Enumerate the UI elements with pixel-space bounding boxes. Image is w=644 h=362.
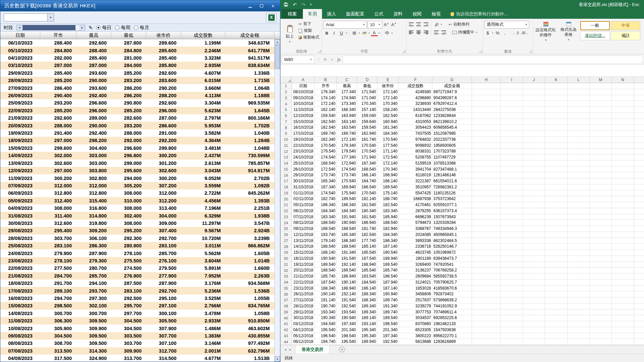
excel-export-button[interactable]: X: [266, 13, 277, 22]
cell-B9[interactable]: 169.740: [315, 131, 337, 137]
cell-D32[interactable]: 185.540: [357, 267, 377, 274]
cell-G11[interactable]: 1958930805: [432, 143, 472, 149]
number-dialog-launcher-icon[interactable]: [529, 50, 532, 53]
cell-N11[interactable]: [612, 143, 634, 149]
cell-F29[interactable]: 4623745: [399, 250, 432, 256]
table-row-28/09/2023[interactable]: 28/09/2023285.200290.000283.200283.6006.…: [0, 77, 280, 84]
sheet-tab-active[interactable]: 香港交易所: [295, 345, 330, 354]
cell-G13[interactable]: 1107497729: [432, 155, 472, 161]
row-header-43[interactable]: 43: [280, 333, 292, 339]
cell-A29[interactable]: 15/11/2018: [292, 250, 315, 256]
sheet-nav-right-icon[interactable]: ▸: [289, 348, 291, 351]
cell-H32[interactable]: [472, 267, 501, 274]
decrease-decimal-button[interactable]: .00→: [520, 29, 530, 37]
cell-G44[interactable]: 1293616869: [432, 339, 472, 345]
cell-B26[interactable]: 183.740: [315, 232, 337, 238]
cell-G3[interactable]: 904399287.6: [432, 95, 472, 101]
cell-I1[interactable]: [501, 83, 523, 89]
cell-B35[interactable]: 188.340: [315, 286, 337, 292]
cell-A12[interactable]: 23/10/2018: [292, 148, 315, 155]
cell-G32[interactable]: 706769258.2: [432, 267, 472, 274]
cell-B44[interactable]: 194.740: [315, 339, 337, 345]
cell-H25[interactable]: [472, 226, 501, 232]
cell-I13[interactable]: [501, 155, 523, 161]
cell-E18[interactable]: 169.540: [377, 184, 399, 190]
cell-K9[interactable]: [545, 131, 568, 137]
column-header-M[interactable]: M: [590, 77, 612, 83]
cell-B14[interactable]: 168.540: [315, 161, 337, 167]
cell-E35[interactable]: 187.140: [377, 286, 399, 292]
cell-I7[interactable]: [501, 119, 523, 125]
row-header-42[interactable]: 42: [280, 327, 292, 333]
cell-F1[interactable]: 成交股数: [399, 83, 432, 89]
cell-K32[interactable]: [545, 267, 568, 274]
cell-E6[interactable]: 162.540: [377, 113, 399, 119]
cell-N33[interactable]: [612, 274, 634, 280]
cell-G18[interactable]: 726982381.2: [432, 184, 472, 190]
cell-E10[interactable]: 170.540: [377, 137, 399, 143]
cell-B12[interactable]: 179.540: [315, 148, 337, 155]
cell-K14[interactable]: [545, 161, 568, 167]
cell-A24[interactable]: 08/11/2018: [292, 220, 315, 226]
cell-C43[interactable]: 198.540: [337, 333, 357, 339]
period-range-slider[interactable]: ◄ ►: [16, 25, 85, 31]
cell-F35[interactable]: 1853028: [399, 286, 432, 292]
cell-B17[interactable]: 165.340: [315, 178, 337, 184]
row-header-23[interactable]: 23: [280, 214, 292, 220]
cell-H23[interactable]: [472, 214, 501, 220]
cell-G5[interactable]: 2842275036: [432, 107, 472, 113]
row-header-35[interactable]: 35: [280, 286, 292, 292]
merge-center-button[interactable]: ↔跨欄置中▾: [451, 29, 479, 35]
cell-B24[interactable]: 188.540: [315, 220, 337, 226]
row-header-38[interactable]: 38: [280, 303, 292, 309]
row-header-1[interactable]: 1: [280, 83, 292, 89]
underline-dropdown-icon[interactable]: ▾: [346, 32, 347, 35]
table-row-09/08/2023[interactable]: 09/08/2023304.500309.500303.500307.7001.…: [0, 332, 280, 340]
cell-E11[interactable]: 177.540: [377, 143, 399, 149]
cell-D17[interactable]: 164.740: [357, 178, 377, 184]
cell-N24[interactable]: [612, 220, 634, 226]
table-row-15/08/2023[interactable]: 15/08/2023298.500302.100295.700297.1002.…: [0, 302, 280, 309]
cell-D43[interactable]: 195.340: [357, 333, 377, 339]
cell-A26[interactable]: 12/11/2018: [292, 232, 315, 238]
table-row-05/10/2023[interactable]: 05/10/2023284.800288.400284.800285.6002.…: [0, 47, 280, 54]
cell-E24[interactable]: 188.540: [377, 220, 399, 226]
table-row-21/08/2023[interactable]: 21/08/2023284.700285.700276.900277.9007.…: [0, 272, 280, 280]
cell-F22[interactable]: 2878255: [399, 208, 432, 214]
cell-D15[interactable]: 168.540: [357, 167, 377, 173]
cell-J6[interactable]: [523, 113, 545, 119]
row-header-21[interactable]: 21: [280, 202, 292, 208]
cell-G41[interactable]: 1962462133: [432, 321, 472, 327]
cell-B28[interactable]: 188.540: [315, 244, 337, 250]
scrollbar-up-button[interactable]: ▲: [275, 39, 280, 45]
qat-customize-button[interactable]: ▾: [310, 3, 312, 6]
cell-B33[interactable]: 185.740: [315, 274, 337, 280]
cell-F40[interactable]: 3034537: [399, 315, 432, 321]
table-row-31/08/2023[interactable]: 31/08/2023311.400314.800302.400304.0006.…: [0, 212, 280, 219]
cell-K39[interactable]: [545, 309, 568, 315]
cell-L42[interactable]: [568, 327, 590, 333]
cell-N7[interactable]: [612, 119, 634, 125]
orientation-button[interactable]: ab: [433, 21, 440, 28]
cell-A41[interactable]: 03/12/2018: [292, 321, 315, 327]
cell-D13[interactable]: 171.940: [357, 155, 377, 161]
cell-I36[interactable]: [501, 291, 523, 297]
cell-G21[interactable]: 925591077.1: [432, 202, 472, 208]
cell-N5[interactable]: [612, 107, 634, 113]
cell-K16[interactable]: [545, 172, 568, 178]
cell-G42[interactable]: 1547933638: [432, 327, 472, 333]
cell-I2[interactable]: [501, 89, 523, 95]
cell-N43[interactable]: [612, 333, 634, 339]
cell-C31[interactable]: 192.140: [337, 262, 357, 268]
table-row-15/09/2023[interactable]: 15/09/2023299.600304.400296.600299.8003.…: [0, 144, 280, 152]
cell-L13[interactable]: [568, 155, 590, 161]
row-header-10[interactable]: 10: [280, 137, 292, 143]
table-column-date[interactable]: 日期: [0, 32, 40, 39]
tab-home[interactable]: 常用: [303, 9, 322, 19]
table-row-06/10/2023[interactable]: 06/10/2023288.400292.600287.800289.6001.…: [0, 39, 280, 47]
cell-M9[interactable]: [590, 131, 612, 137]
cell-I3[interactable]: [501, 95, 523, 101]
cancel-button[interactable]: ✕: [323, 57, 327, 62]
cell-I33[interactable]: [501, 274, 523, 280]
cell-J29[interactable]: [523, 250, 545, 256]
